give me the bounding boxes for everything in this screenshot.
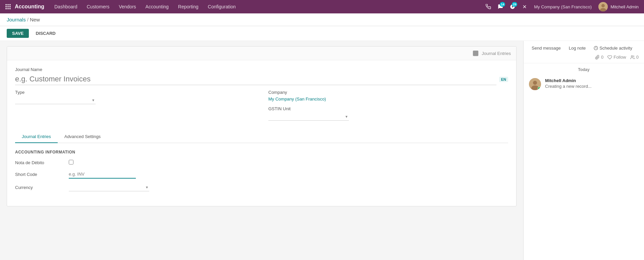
apps-menu-button[interactable]: [3, 1, 13, 12]
short-code-value: [69, 170, 508, 179]
currency-value: USD EUR INR: [69, 183, 508, 191]
chatter-msg-content: Mitchell Admin Creating a new record...: [545, 78, 639, 90]
svg-rect-1: [7, 4, 8, 5]
schedule-activity-btn[interactable]: Schedule activity: [591, 44, 635, 52]
attachments-count: 0: [601, 55, 603, 60]
breadcrumb: Journals / New: [0, 13, 644, 26]
nota-debito-value: [69, 160, 508, 166]
menu-vendors[interactable]: Vendors: [114, 0, 141, 13]
attachments-btn[interactable]: 0: [595, 55, 603, 60]
tabs-bar: Journal Entries Advanced Settings: [15, 131, 508, 143]
form-col-type: Type Sales Purchase Cash Bank Miscellane…: [15, 90, 255, 109]
gstin-field-group: GSTIN Unit: [268, 106, 508, 121]
nota-debito-checkbox[interactable]: [69, 160, 73, 165]
company-label: Company: [268, 90, 508, 95]
type-select[interactable]: Sales Purchase Cash Bank Miscellaneous: [15, 96, 96, 104]
close-icon-btn[interactable]: [519, 1, 530, 12]
user-name: Mitchell Admin: [610, 4, 639, 9]
svg-rect-3: [6, 6, 7, 7]
form-panel: Journal Entries Journal Name EN: [0, 41, 523, 260]
accounting-info-title: Accounting Information: [15, 150, 508, 154]
messages-icon-btn[interactable]: 14: [495, 1, 506, 12]
svg-rect-7: [7, 8, 8, 9]
tab-advanced-settings[interactable]: Advanced Settings: [58, 131, 107, 143]
currency-select-wrapper: USD EUR INR: [69, 183, 149, 191]
form-body: Journal Name EN Type: [7, 60, 516, 206]
journal-name-field-group: Journal Name EN: [15, 67, 508, 85]
save-button[interactable]: SAVE: [7, 29, 29, 38]
user-avatar: [598, 2, 608, 11]
breadcrumb-current: New: [30, 17, 40, 22]
menu-dashboard[interactable]: Dashboard: [50, 0, 82, 13]
type-label: Type: [15, 90, 255, 95]
form-card: Journal Entries Journal Name EN: [7, 46, 517, 206]
chatter-panel: Send message Log note Schedule activity …: [523, 41, 644, 260]
main-menu: Dashboard Customers Vendors Accounting R…: [50, 0, 483, 13]
menu-accounting[interactable]: Accounting: [141, 0, 173, 13]
svg-point-19: [631, 55, 633, 57]
toolbar: SAVE DISCARD: [0, 26, 644, 41]
svg-rect-8: [9, 8, 10, 9]
log-note-btn[interactable]: Log note: [566, 44, 589, 52]
nota-debito-label: Nota de Débito: [15, 160, 69, 165]
short-code-input[interactable]: [69, 170, 136, 179]
menu-configuration[interactable]: Configuration: [203, 0, 240, 13]
journal-name-label: Journal Name: [15, 67, 508, 72]
chatter-msg-text: Creating a new record...: [545, 84, 639, 89]
online-status-dot: [538, 87, 541, 90]
gstin-select-wrapper: [268, 113, 349, 121]
form-card-header: Journal Entries: [7, 47, 516, 60]
short-code-row: Short Code: [15, 170, 508, 179]
gstin-label: GSTIN Unit: [268, 106, 508, 111]
discard-button[interactable]: DISCARD: [32, 29, 59, 38]
topnav: Accounting Dashboard Customers Vendors A…: [0, 0, 644, 13]
journal-entries-header-btn[interactable]: Journal Entries: [472, 50, 511, 57]
main-layout: Journal Entries Journal Name EN: [0, 41, 644, 260]
svg-rect-5: [9, 6, 10, 7]
tab-journal-entries[interactable]: Journal Entries: [15, 131, 58, 143]
journal-name-row: EN: [15, 73, 508, 85]
company-name: My Company (San Francisco): [531, 4, 594, 9]
lang-badge[interactable]: EN: [499, 77, 508, 82]
menu-customers[interactable]: Customers: [82, 0, 114, 13]
chatter-msg-author: Mitchell Admin: [545, 78, 639, 83]
form-row-type-company: Type Sales Purchase Cash Bank Miscellane…: [15, 90, 508, 125]
followers-btn[interactable]: 0: [630, 55, 639, 60]
gstin-select[interactable]: [268, 113, 349, 121]
tab-content-journal-entries: Accounting Information Nota de Débito Sh…: [15, 143, 508, 199]
followers-count: 0: [636, 55, 639, 60]
svg-rect-4: [7, 6, 8, 7]
journal-name-input[interactable]: [15, 73, 496, 85]
type-select-wrapper: Sales Purchase Cash Bank Miscellaneous: [15, 96, 96, 104]
app-brand: Accounting: [15, 4, 44, 10]
currency-select[interactable]: USD EUR INR: [69, 183, 149, 191]
user-menu[interactable]: Mitchell Admin: [596, 2, 641, 11]
send-message-btn[interactable]: Send message: [529, 44, 564, 52]
breadcrumb-separator: /: [27, 17, 29, 22]
type-field-group: Type Sales Purchase Cash Bank Miscellane…: [15, 90, 255, 104]
company-field-group: Company My Company (San Francisco): [268, 90, 508, 102]
svg-rect-2: [9, 4, 10, 5]
journal-entries-btn-label: Journal Entries: [482, 51, 511, 56]
follow-label: Follow: [613, 55, 626, 60]
follow-btn[interactable]: Follow: [607, 55, 626, 60]
chatter-message: Mitchell Admin Creating a new record...: [524, 75, 644, 93]
chatter-today-label: Today: [524, 63, 644, 75]
activities-badge: 29: [512, 2, 517, 7]
breadcrumb-parent[interactable]: Journals: [7, 17, 26, 22]
svg-point-21: [533, 81, 537, 85]
svg-point-12: [601, 4, 605, 7]
phone-icon-btn[interactable]: [483, 1, 494, 12]
schedule-activity-label: Schedule activity: [599, 46, 632, 51]
currency-label: Currency: [15, 185, 69, 190]
svg-rect-6: [6, 8, 7, 9]
svg-rect-0: [6, 4, 7, 5]
currency-row: Currency USD EUR INR: [15, 183, 508, 191]
short-code-label: Short Code: [15, 172, 69, 177]
company-value[interactable]: My Company (San Francisco): [268, 96, 326, 102]
chatter-actions: Send message Log note Schedule activity …: [524, 41, 644, 63]
menu-reporting[interactable]: Reporting: [173, 0, 203, 13]
topnav-right: 14 29 My Company (San Francisco) Mitchel…: [483, 1, 641, 12]
chatter-avatar: [529, 78, 541, 90]
activities-icon-btn[interactable]: 29: [507, 1, 518, 12]
